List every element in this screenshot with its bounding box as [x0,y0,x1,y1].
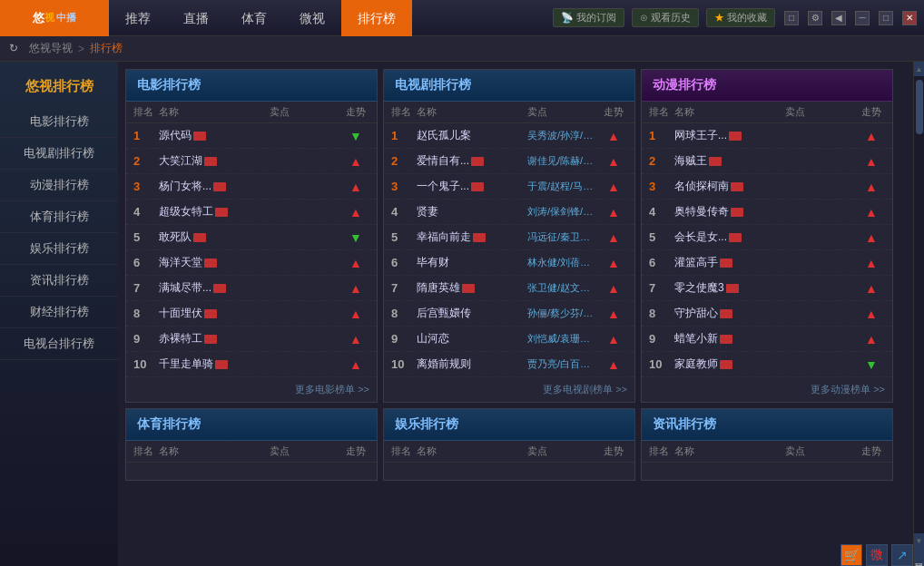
tv-col-headers: 排名 名称 卖点 走势 [384,102,634,123]
trend-up-icon: ▲ [865,230,878,245]
window-prev-btn[interactable]: ◀ [831,11,846,25]
window-screen-btn[interactable]: □ [784,11,799,25]
trend-up-icon: ▲ [607,256,620,270]
trend-up-icon: ▲ [349,332,362,346]
movie-more-link[interactable]: 更多电影榜单 >> [126,377,377,402]
trend-up-icon: ▲ [349,154,362,169]
col-trend-label: 走势 [342,105,369,119]
col-name-label: 名称 [674,444,785,458]
col-trend-label: 走势 [342,444,369,458]
trend-up-icon: ▲ [607,307,620,321]
trend-up-icon: ▲ [607,205,620,220]
table-row: 2海贼王▲ [642,149,892,174]
trend-up-icon: ▲ [865,332,878,346]
table-row: 9山河恋刘恺威/袁珊珊/宗...▲ [384,327,634,352]
col-trend-label: 走势 [600,444,627,458]
anime-more-link[interactable]: 更多动漫榜单 >> [642,377,892,402]
nav-tabs: 推荐 直播 体育 微视 排行榜 [109,0,553,36]
trend-up-icon: ▲ [349,205,362,220]
trend-up-icon: ▲ [607,357,620,372]
trend-up-icon: ▲ [349,180,362,194]
table-row: 1源代码▼ [126,123,377,149]
sports-panel: 体育排行榜 排名 名称 卖点 走势 [125,408,378,481]
my-subscription-btn[interactable]: 📡 我的订阅 [553,8,624,27]
trend-up-icon: ▲ [607,281,620,296]
nav-tab-recommend[interactable]: 推荐 [109,0,167,36]
sidebar-item-anime[interactable]: 动漫排行榜 [0,170,118,201]
share-icon[interactable]: ↗ [891,544,913,566]
table-row: 2大笑江湖▲ [126,149,377,174]
topbar: 悠 视 中播 推荐 直播 体育 微视 排行榜 📡 我的订阅 ⊙ 观看历史 ★ 我… [0,0,924,36]
window-maximize-btn[interactable]: □ [879,11,893,25]
trend-up-icon: ▲ [865,307,878,321]
anime-panel-header: 动漫排行榜 [642,70,892,102]
scrollbar[interactable]: ▲ ▼ 返回顶部 [913,62,924,566]
trend-up-icon: ▲ [349,307,362,321]
movie-panel: 电影排行榜 排名 名称 卖点 走势 1源代码▼ 2大笑江湖▲ 3杨门女将...▲… [125,69,378,403]
trend-up-icon: ▲ [865,205,878,220]
table-row: 6海洋天堂▲ [126,250,377,276]
bottom-bar: 🛒 微 ↗ [840,544,913,566]
window-settings-btn[interactable]: ⚙ [808,11,822,25]
my-favorites-btn[interactable]: ★ 我的收藏 [706,8,775,27]
col-sell-label: 卖点 [527,105,600,119]
news-col-headers: 排名 名称 卖点 走势 [642,441,892,463]
window-minimize-btn[interactable]: ─ [855,11,870,25]
nav-tab-ranking[interactable]: 排行榜 [341,0,412,36]
cart-icon[interactable]: 🛒 [840,544,862,566]
table-row: 1赵氏孤儿案吴秀波/孙淳/应采...▲ [384,123,634,149]
col-trend-label: 走势 [858,444,885,458]
col-name-label: 名称 [417,105,527,119]
tv-more-link[interactable]: 更多电视剧榜单 >> [384,377,634,402]
tv-panel: 电视剧排行榜 排名 名称 卖点 走势 1赵氏孤儿案吴秀波/孙淳/应采...▲ 2… [383,69,635,403]
trend-up-icon: ▲ [865,129,878,143]
trend-up-icon: ▲ [865,256,878,270]
trend-down-icon: ▼ [865,357,878,372]
sidebar-item-movie[interactable]: 电影排行榜 [0,106,118,138]
table-row: 3杨门女将...▲ [126,174,377,200]
sidebar-item-tv[interactable]: 电视剧排行榜 [0,138,118,170]
table-row: 6毕有财林永健/刘蓓宁静▲ [384,250,634,276]
nav-tab-weishi[interactable]: 微视 [283,0,341,36]
movie-panel-header: 电影排行榜 [126,70,377,102]
scroll-thumb[interactable] [916,80,923,134]
col-rank-label: 排名 [133,105,159,119]
trend-down-icon: ▼ [349,230,362,245]
sidebar-item-news[interactable]: 资讯排行榜 [0,265,118,297]
nav-tab-sports[interactable]: 体育 [225,0,283,36]
sidebar: 悠视排行榜 电影排行榜 电视剧排行榜 动漫排行榜 体育排行榜 娱乐排行榜 资讯排… [0,62,118,566]
sports-panel-header: 体育排行榜 [126,409,377,441]
table-row: 4超级女特工▲ [126,200,377,225]
return-to-top-btn[interactable]: 返回顶部 [914,548,925,566]
col-sell-label: 卖点 [785,105,858,119]
anime-col-headers: 排名 名称 卖点 走势 [642,102,892,123]
col-sell-label: 卖点 [270,444,342,458]
logo[interactable]: 悠 视 中播 [0,0,109,36]
refresh-icon[interactable]: ↻ [9,42,24,56]
breadcrumb-current: 排行榜 [90,41,123,56]
scroll-down-btn[interactable]: ▼ [914,533,925,548]
nav-tab-live[interactable]: 直播 [167,0,225,36]
anime-panel: 动漫排行榜 排名 名称 卖点 走势 1网球王子...▲ 2海贼王▲ 3名侦探柯南… [641,69,893,403]
trend-up-icon: ▲ [349,256,362,270]
weibo-icon[interactable]: 微 [866,544,888,566]
sidebar-item-tv-station[interactable]: 电视台排行榜 [0,328,118,360]
window-close-btn[interactable]: ✕ [902,11,917,25]
trend-up-icon: ▲ [865,154,878,169]
table-row: 3一个鬼子...于震/赵程/马少骅▲ [384,174,634,200]
table-row: 8十面埋伏▲ [126,301,377,327]
scroll-up-btn[interactable]: ▲ [914,62,925,76]
sidebar-item-finance[interactable]: 财经排行榜 [0,297,118,328]
col-rank-label: 排名 [649,444,674,458]
col-sell-label: 卖点 [270,105,342,119]
table-row: 3名侦探柯南▲ [642,174,892,200]
col-trend-label: 走势 [858,105,885,119]
watch-history-btn[interactable]: ⊙ 观看历史 [632,8,699,27]
breadcrumb-home[interactable]: 悠视导视 [29,41,73,56]
sidebar-title: 悠视排行榜 [0,71,118,106]
sidebar-item-sports[interactable]: 体育排行榜 [0,201,118,233]
news-panel-header: 资讯排行榜 [642,409,892,441]
sidebar-item-ent[interactable]: 娱乐排行榜 [0,233,118,265]
content-area: 电影排行榜 排名 名称 卖点 走势 1源代码▼ 2大笑江湖▲ 3杨门女将...▲… [118,62,913,566]
trend-up-icon: ▲ [865,180,878,194]
